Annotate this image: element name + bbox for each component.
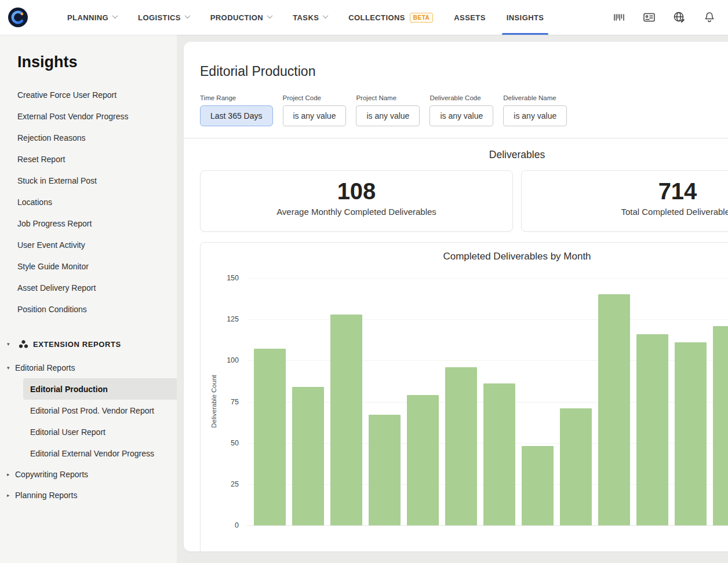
nav-item-tasks[interactable]: TASKS [282,0,338,35]
bar[interactable] [560,408,592,525]
bar[interactable] [713,326,728,525]
bar[interactable] [330,315,362,525]
nav-label: INSIGHTS [507,13,544,22]
contact-card-icon[interactable] [642,10,656,24]
group-label: Copywriting Reports [15,470,88,479]
y-tick-label: 25 [201,480,239,489]
globe-edit-icon[interactable] [672,10,686,24]
deliverable-code-filter-value[interactable]: is any value [429,105,493,126]
sidebar-item-creative-force-user-report[interactable]: Creative Force User Report [0,84,177,105]
filter-label: Project Name [356,94,420,101]
bar[interactable] [483,383,515,525]
kpi-label: Average Monthly Completed Deliverables [201,207,512,217]
caret-down-icon: ▾ [7,341,15,347]
deliverable-name-filter-value[interactable]: is any value [503,105,567,126]
group-label: Editorial Reports [15,363,75,372]
project-name-filter-value[interactable]: is any value [356,105,420,126]
kpi-value: 714 [522,178,728,204]
sidebar-item-position-conditions[interactable]: Position Conditions [0,298,177,320]
sidebar-item-editorial-post-prod-vendor-report[interactable]: Editorial Post Prod. Vendor Report [23,400,177,421]
bar-series [254,278,728,525]
caret-down-icon: ▾ [7,365,15,371]
nav-item-insights[interactable]: INSIGHTS [496,0,555,35]
caret-right-icon: ▸ [7,471,15,477]
bar[interactable] [369,415,401,525]
report-card: Editorial Production Time Range Last 365… [184,42,728,551]
sidebar-item-user-event-activity[interactable]: User Event Activity [0,234,177,255]
filter-time-range: Time Range Last 365 Days [200,94,273,126]
kpi-label: Total Completed Deliverables [522,207,728,217]
nav-label: PLANNING [67,13,108,22]
insights-sidebar: Insights Creative Force User Report Exte… [0,35,177,563]
y-tick-label: 75 [201,397,239,407]
sidebar-item-reset-report[interactable]: Reset Report [0,148,177,170]
bar[interactable] [407,395,439,525]
completed-deliverables-chart: Completed Deliverables by Month Delivera… [200,242,728,551]
sidebar-item-editorial-user-report[interactable]: Editorial User Report [23,421,177,443]
creative-force-logo[interactable] [8,8,28,27]
y-tick-label: 125 [201,315,239,324]
y-tick-label: 100 [201,356,239,365]
filter-project-code: Project Code is any value [283,94,347,126]
filter-project-name: Project Name is any value [356,94,420,126]
report-body: Deliverables 108 Average Monthly Complet… [184,138,728,551]
group-label: Planning Reports [15,491,77,500]
sidebar-item-editorial-external-vendor-progress[interactable]: Editorial External Vendor Progress [23,443,177,464]
nav-label: ASSETS [454,13,485,22]
bar[interactable] [675,342,707,525]
y-tick-label: 0 [201,521,239,530]
filter-deliverable-code: Deliverable Code is any value [429,94,493,126]
kpi-total-completed: 714 Total Completed Deliverables [521,170,728,232]
nav-item-logistics[interactable]: LOGISTICS [128,0,200,35]
filter-label: Deliverable Name [503,94,567,101]
bar[interactable] [254,349,286,525]
group-editorial-reports[interactable]: ▾ Editorial Reports [0,357,177,378]
sidebar-item-external-post-vendor-progress[interactable]: External Post Vendor Progress [0,105,177,127]
nav-label: PRODUCTION [210,13,263,22]
group-planning-reports[interactable]: ▸ Planning Reports [0,485,177,506]
nav-item-planning[interactable]: PLANNING [57,0,128,35]
beta-badge: BETA [410,13,433,23]
sidebar-item-style-guide-monitor[interactable]: Style Guide Monitor [0,255,177,277]
kpi-average-monthly-completed: 108 Average Monthly Completed Deliverabl… [200,170,513,232]
nav-label: TASKS [293,13,319,22]
time-range-filter-value[interactable]: Last 365 Days [200,105,273,126]
barcode-icon[interactable] [612,10,626,24]
extension-reports-header[interactable]: ▾ EXTENSION REPORTS [0,335,177,353]
bar[interactable] [598,294,630,525]
project-code-filter-value[interactable]: is any value [283,105,347,126]
sidebar-item-editorial-production[interactable]: Editorial Production [23,378,177,400]
sidebar-item-asset-delivery-report[interactable]: Asset Delivery Report [0,277,177,298]
report-list: Creative Force User Report External Post… [0,84,177,320]
nav-label: LOGISTICS [138,13,181,22]
bar[interactable] [522,446,554,525]
bar[interactable] [636,334,668,525]
deliverables-section-title: Deliverables [200,149,728,161]
top-navigation: PLANNING LOGISTICS PRODUCTION TASKS COLL… [0,0,728,35]
nav-item-assets[interactable]: ASSETS [443,0,496,35]
sidebar-item-job-progress-report[interactable]: Job Progress Report [0,213,177,234]
sidebar-item-stuck-in-external-post[interactable]: Stuck in External Post [0,170,177,191]
kpi-value: 108 [201,178,512,204]
nav-label: COLLECTIONS [348,13,405,22]
group-copywriting-reports[interactable]: ▸ Copywriting Reports [0,464,177,485]
extension-cubes-icon [19,339,28,349]
chevron-down-icon [184,13,190,19]
nav-item-collections[interactable]: COLLECTIONS BETA [338,0,443,35]
main-content: Editorial Production Time Range Last 365… [177,35,728,563]
bar[interactable] [292,387,324,525]
filter-label: Deliverable Code [429,94,493,101]
y-tick-label: 50 [201,438,239,448]
chart-title: Completed Deliverables by Month [201,243,728,262]
report-header: Editorial Production Time Range Last 365… [184,42,728,138]
bell-icon[interactable] [702,10,716,24]
sidebar-item-locations[interactable]: Locations [0,191,177,213]
filter-deliverable-name: Deliverable Name is any value [503,94,567,126]
kpi-row: 108 Average Monthly Completed Deliverabl… [200,170,728,232]
editorial-reports-children: Editorial Production Editorial Post Prod… [0,378,177,464]
nav-item-production[interactable]: PRODUCTION [200,0,282,35]
sidebar-item-rejection-reasons[interactable]: Rejection Reasons [0,127,177,148]
bar[interactable] [445,367,477,525]
main-menu: PLANNING LOGISTICS PRODUCTION TASKS COLL… [57,0,554,35]
nav-icon-group [612,10,728,24]
